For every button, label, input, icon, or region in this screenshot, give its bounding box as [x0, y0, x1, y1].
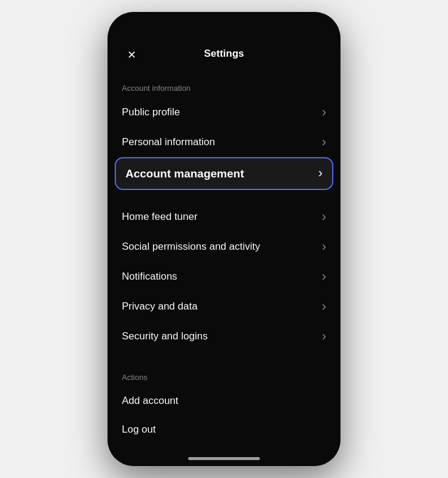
section-gap-1	[108, 190, 340, 202]
menu-item-text-notifications: Notifications	[122, 271, 177, 283]
menu-item-home-feed-tuner[interactable]: Home feed tuner	[108, 202, 340, 232]
menu-item-social-permissions[interactable]: Social permissions and activity	[108, 232, 340, 262]
section-label-account-info: Account information	[108, 74, 340, 97]
chevron-icon-account-management	[318, 167, 323, 180]
menu-item-personal-information[interactable]: Personal information	[108, 127, 340, 157]
section-account-info: Account information Public profile Perso…	[108, 74, 340, 190]
menu-item-text-public-profile: Public profile	[122, 106, 180, 118]
menu-item-text-add-account: Add account	[122, 395, 179, 407]
section-gap-2	[108, 351, 340, 363]
menu-item-add-account[interactable]: Add account	[108, 387, 340, 415]
chevron-icon-public-profile	[322, 106, 326, 119]
menu-item-account-management[interactable]: Account management	[115, 157, 333, 190]
chevron-icon-security-logins	[322, 330, 326, 343]
header-title: Settings	[204, 48, 244, 60]
menu-item-text-log-out: Log out	[122, 424, 156, 436]
home-indicator	[188, 457, 260, 460]
menu-item-text-social-permissions: Social permissions and activity	[122, 241, 260, 253]
section-label-actions: Actions	[108, 363, 340, 387]
menu-item-text-home-feed: Home feed tuner	[122, 211, 198, 223]
chevron-icon-home-feed	[322, 210, 326, 223]
chevron-icon-social-permissions	[322, 240, 326, 253]
chevron-icon-personal-info	[322, 136, 326, 149]
menu-item-text-security-logins: Security and logins	[122, 330, 208, 342]
chevron-icon-privacy-data	[322, 300, 326, 313]
phone-shell: Settings Account information Public prof…	[108, 12, 340, 466]
chevron-icon-notifications	[322, 270, 326, 283]
header: Settings	[108, 12, 340, 69]
close-button[interactable]	[122, 45, 141, 65]
menu-item-privacy-data[interactable]: Privacy and data	[108, 292, 340, 321]
section-gap-3	[108, 444, 340, 452]
menu-item-notifications[interactable]: Notifications	[108, 262, 340, 292]
menu-item-public-profile[interactable]: Public profile	[108, 97, 340, 127]
menu-item-text-privacy-data: Privacy and data	[122, 301, 198, 312]
menu-item-security-logins[interactable]: Security and logins	[108, 321, 340, 351]
section-feed-settings: Home feed tuner Social permissions and a…	[108, 202, 340, 351]
menu-item-text-personal-info: Personal information	[122, 136, 215, 148]
menu-item-log-out[interactable]: Log out	[108, 415, 340, 444]
screen: Settings Account information Public prof…	[108, 12, 340, 466]
menu-item-text-account-management: Account management	[125, 167, 244, 180]
section-actions: Actions Add account Log out	[108, 363, 340, 444]
content: Account information Public profile Perso…	[108, 69, 340, 452]
